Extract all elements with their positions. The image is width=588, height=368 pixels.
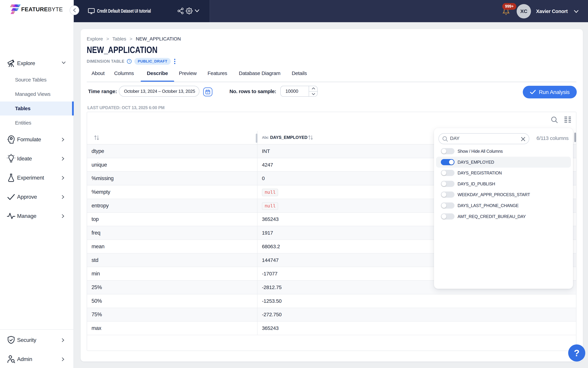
svg-text:?: ? <box>128 60 130 63</box>
